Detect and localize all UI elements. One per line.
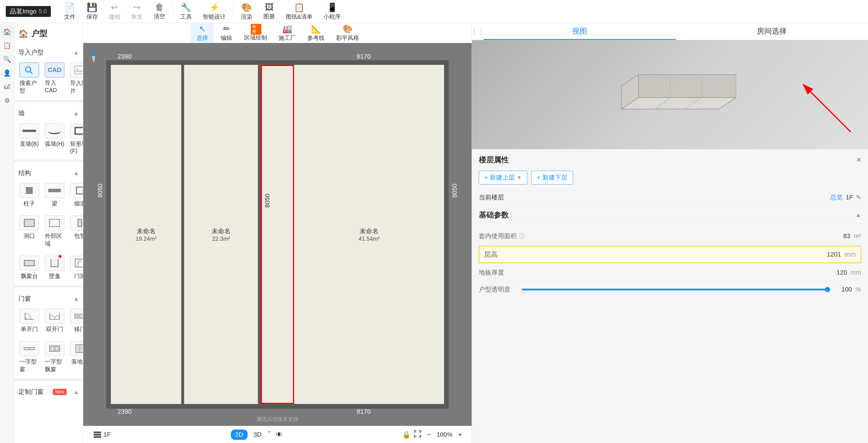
- sliding-door-btn[interactable]: 移门: [69, 306, 83, 335]
- window-single-icon: [20, 341, 39, 356]
- floor-overview-link[interactable]: 总览: [830, 193, 843, 202]
- toolbar-smart-design[interactable]: ⚡ 智能设计: [198, 1, 230, 22]
- sidebar-icon-furniture[interactable]: 🛋: [1, 81, 13, 93]
- view-eye-btn[interactable]: 👁: [273, 430, 285, 440]
- svg-rect-10: [50, 319, 60, 319]
- door-window-grid: 单开门 双开门: [19, 306, 79, 376]
- right-panel-menu-icon[interactable]: ⋮⋮: [472, 28, 484, 36]
- transparency-slider[interactable]: [522, 288, 830, 291]
- wall-section: 墙 ▲ 直墙(B) 弧墙(H): [14, 102, 83, 160]
- current-floor-row: 当前楼层 总览 1F ✎: [479, 190, 861, 205]
- sidebar-icon-layers[interactable]: 📋: [1, 40, 13, 52]
- wall-label: 墙: [19, 109, 25, 117]
- add-above-icon: +: [484, 174, 488, 181]
- bay-window-btn[interactable]: 飘窗台: [19, 253, 40, 282]
- toolbar-file[interactable]: 📄 文件: [59, 1, 80, 22]
- tab-view[interactable]: 视图: [484, 23, 676, 40]
- param-height-row: 层高 mm: [479, 246, 861, 263]
- door-window-collapse[interactable]: ▲: [73, 296, 79, 302]
- toolbar-redo[interactable]: ↪ 恢复: [127, 1, 147, 22]
- toolbar-clear[interactable]: 🗑 清空: [149, 1, 170, 22]
- floor-props-close-icon[interactable]: ✕: [856, 157, 861, 164]
- param-height-label: 层高: [484, 250, 498, 259]
- right-panel: ⋮⋮ 视图 房间选择: [472, 23, 868, 443]
- tool-select[interactable]: ↖ 选择: [191, 23, 214, 43]
- add-floor-below-btn[interactable]: + 新建下层: [531, 171, 573, 184]
- toolbar-render[interactable]: 🎨 渲染: [237, 1, 257, 22]
- toolbar-miniapp[interactable]: 📱 小程序: [319, 1, 345, 22]
- tool-construction[interactable]: 🏭 施工厂: [273, 23, 301, 43]
- sidebar-icon-settings[interactable]: ⚙: [1, 95, 13, 107]
- outer-area-btn[interactable]: 外部区域: [44, 213, 65, 250]
- param-height-unit: mm: [844, 250, 856, 259]
- tool-edit-label: 编辑: [221, 34, 232, 42]
- param-area-info[interactable]: i: [519, 233, 525, 239]
- add-floor-above-btn[interactable]: + 新建上层 ▼: [479, 171, 527, 184]
- zoom-out-btn[interactable]: −: [425, 430, 434, 439]
- params-collapse-icon[interactable]: ▲: [855, 212, 861, 218]
- view-3d-btn[interactable]: 3D: [249, 430, 266, 440]
- window-floor-btn[interactable]: 落地窗: [69, 339, 83, 376]
- import-image-btn[interactable]: 导入图片: [69, 60, 83, 97]
- wall-straight-btn[interactable]: 直墙(B): [19, 121, 40, 157]
- param-height-input[interactable]: [818, 251, 841, 258]
- svg-rect-34: [420, 435, 421, 437]
- tool-construction-label: 施工厂: [279, 34, 296, 42]
- niche-btn[interactable]: 壁龛: [44, 253, 65, 282]
- search-type-btn[interactable]: 搜索户型: [19, 60, 40, 97]
- canvas-area[interactable]: 2390 8170 2390 8170 8050 8050 未命名 19.24m…: [83, 43, 472, 426]
- column-btn[interactable]: 柱子: [19, 181, 40, 210]
- pipe-btn[interactable]: 包管: [69, 213, 83, 250]
- double-door-btn[interactable]: 双开门: [44, 306, 65, 335]
- flue-btn[interactable]: 烟道: [69, 181, 83, 210]
- zoom-in-btn[interactable]: +: [456, 430, 465, 439]
- lock-icon[interactable]: 🔒: [402, 431, 411, 439]
- panel-home-icon: 🏠: [19, 29, 28, 38]
- param-height-value-wrap: mm: [818, 250, 856, 259]
- room-2[interactable]: 未命名 22.3m² 8050: [184, 65, 261, 404]
- floor-plan-outer[interactable]: 2390 8170 2390 8170 8050 8050 未命名 19.24m…: [106, 60, 448, 409]
- import-collapse[interactable]: ▲: [73, 49, 79, 56]
- app-logo[interactable]: 品茗Imgo 5.0: [6, 6, 51, 17]
- toolbar-tools-label: 工具: [180, 13, 192, 21]
- custom-window-collapse[interactable]: ▲: [73, 389, 79, 396]
- tool-color-plan[interactable]: 🎨 彩平风格: [331, 23, 364, 43]
- tool-region[interactable]: ⬜ 免费 区域绘制: [239, 23, 272, 43]
- structure-section: 结构 ▲ 柱子 梁: [14, 162, 83, 285]
- beam-btn[interactable]: 梁: [44, 181, 65, 210]
- room-1[interactable]: 未命名 19.24m²: [111, 65, 184, 404]
- door-hole-btn[interactable]: 门洞: [69, 253, 83, 282]
- tool-edit[interactable]: ✏ 编辑: [215, 23, 238, 43]
- toolbar-drawings[interactable]: 📋 图纸&清单: [281, 1, 317, 22]
- toolbar-album[interactable]: 🖼 图册: [259, 1, 279, 22]
- room-3-highlighted[interactable]: [261, 65, 294, 404]
- niche-label: 壁龛: [49, 272, 60, 280]
- wall-collapse[interactable]: ▲: [73, 110, 79, 117]
- wall-arc-btn[interactable]: 弧墙(H): [44, 121, 65, 157]
- fit-screen-btn[interactable]: [413, 430, 422, 440]
- hole-btn[interactable]: 洞口: [19, 213, 40, 250]
- clear-icon: 🗑: [155, 2, 164, 12]
- room-4[interactable]: 未命名 41.54m²: [294, 65, 444, 404]
- sidebar-icon-search[interactable]: 🔍: [1, 54, 13, 65]
- window-bay-btn[interactable]: 一字型飘窗: [44, 339, 65, 376]
- view-3d-arrow[interactable]: ▼: [267, 430, 271, 440]
- tool-guideline[interactable]: 📐 参考线: [302, 23, 330, 43]
- sidebar-icon-user[interactable]: 👤: [1, 67, 13, 79]
- floor-edit-icon[interactable]: ✎: [856, 194, 861, 201]
- slider-thumb[interactable]: [825, 287, 830, 292]
- single-door-btn[interactable]: 单开门: [19, 306, 40, 335]
- window-single-btn[interactable]: 一字型窗: [19, 339, 40, 376]
- floor-layers-btn[interactable]: 1F: [90, 430, 114, 440]
- wall-rect-btn[interactable]: 矩形墙(F): [69, 121, 83, 157]
- sidebar-icon-home[interactable]: 🏠: [1, 26, 13, 38]
- structure-collapse[interactable]: ▲: [73, 170, 79, 176]
- toolbar-save[interactable]: 💾 保存: [82, 1, 102, 22]
- toolbar-undo[interactable]: ↩ 撤销: [104, 1, 125, 22]
- view-2d-btn[interactable]: 2D: [231, 430, 248, 440]
- import-cad-btn[interactable]: CAD 导入CAD: [44, 60, 65, 97]
- svg-rect-4: [75, 259, 83, 267]
- add-above-arrow[interactable]: ▼: [517, 175, 522, 181]
- toolbar-tools[interactable]: 🔧 工具: [176, 1, 196, 22]
- tab-room-select[interactable]: 房间选择: [676, 23, 868, 40]
